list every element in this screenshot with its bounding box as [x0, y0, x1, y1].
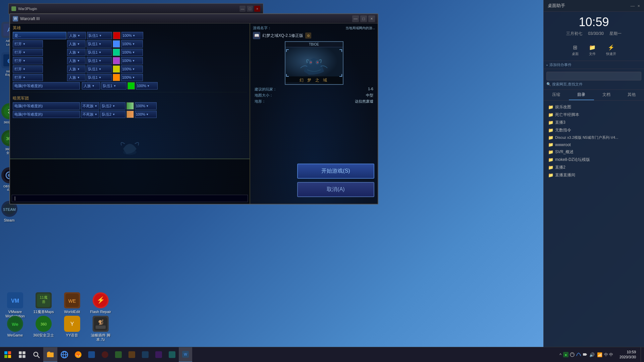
- file-item-6[interactable]: 📁 SVR_概述: [546, 148, 641, 156]
- start-game-button[interactable]: 开始游戏(S): [297, 164, 374, 179]
- color-box-7[interactable]: [127, 82, 135, 89]
- color-box-5[interactable]: [113, 65, 120, 73]
- color-box-6[interactable]: [113, 74, 120, 81]
- player-name-1[interactable]: [13, 32, 66, 39]
- assistant-settings[interactable]: —: [630, 3, 635, 8]
- file-item-0[interactable]: 📁 娱乐改图: [546, 103, 641, 111]
- tab-directory[interactable]: 目录: [569, 90, 594, 100]
- desktop-icon-yyvoice[interactable]: Y YY语音: [59, 314, 86, 344]
- tray-lang[interactable]: 中: [604, 352, 608, 358]
- pct-dropdown-5[interactable]: 100%▼: [121, 65, 143, 73]
- ie-btn[interactable]: [57, 347, 71, 362]
- race-dropdown-5[interactable]: 人族▼: [67, 65, 86, 73]
- tray-clock[interactable]: 10:59 2020/3/30: [616, 350, 639, 360]
- desktop-icon-tampermonkey[interactable]: 🐒 油猴插件 脚本.7z: [87, 314, 114, 344]
- taskbar-app2[interactable]: [98, 347, 112, 362]
- taskbar-app1[interactable]: [85, 347, 98, 362]
- team-dropdown-1[interactable]: 队伍1 ▼: [87, 32, 112, 39]
- action-quick[interactable]: ⚡ 快速开: [603, 43, 619, 58]
- tray-icon-4[interactable]: [576, 352, 581, 357]
- tray-icon-2[interactable]: ●: [563, 352, 569, 357]
- color-box-3[interactable]: [113, 49, 120, 56]
- start-button[interactable]: [0, 347, 15, 362]
- taskview-btn[interactable]: [15, 347, 29, 362]
- file-item-7[interactable]: 📁 moke8-DZ论坛模版: [546, 156, 641, 164]
- team-dropdown-5[interactable]: 队伍1▼: [87, 65, 112, 73]
- race-dropdown-6[interactable]: 人族▼: [67, 74, 86, 81]
- assistant-search-input[interactable]: [546, 72, 641, 80]
- action-files[interactable]: 📁 文件: [586, 43, 598, 58]
- race-dropdown-4[interactable]: 人族▼: [67, 57, 86, 64]
- tab-compress[interactable]: 压缩: [544, 90, 569, 100]
- pct-dropdown-6[interactable]: 100%▼: [121, 74, 143, 81]
- taskbar-app6[interactable]: [152, 347, 165, 362]
- plugin-close[interactable]: ×: [254, 6, 260, 12]
- search-btn[interactable]: [29, 347, 43, 362]
- dark-race-1[interactable]: 不死族▼: [81, 102, 99, 110]
- taskbar-wc3[interactable]: W: [179, 347, 192, 362]
- dark-color-1[interactable]: [126, 102, 134, 110]
- tray-icon-1[interactable]: ^: [559, 352, 562, 358]
- file-item-2[interactable]: 📁 直播3: [546, 119, 641, 126]
- tab-other[interactable]: 其他: [619, 90, 644, 100]
- tray-icon-network[interactable]: 📶: [596, 352, 603, 358]
- dark-team-2[interactable]: 队伍2▼: [100, 111, 125, 118]
- explorer-btn[interactable]: [43, 347, 57, 362]
- race-dropdown-7[interactable]: 人族▼: [82, 82, 100, 89]
- dark-computer-2[interactable]: [13, 111, 80, 118]
- tray-ime[interactable]: 中: [609, 352, 613, 358]
- dark-race-2[interactable]: 不死族▼: [81, 111, 99, 118]
- chat-input[interactable]: [12, 195, 248, 202]
- color-box-2[interactable]: [113, 40, 120, 48]
- race-dropdown-3[interactable]: 人族▼: [67, 49, 86, 56]
- open-btn-4[interactable]: 打开▼: [13, 57, 43, 64]
- pct-dropdown-4[interactable]: 100%▼: [121, 57, 143, 64]
- wc3-close[interactable]: ×: [368, 15, 375, 22]
- taskbar-app5[interactable]: [139, 347, 152, 362]
- file-item-3[interactable]: 📁 无数指令: [546, 126, 641, 134]
- file-item-4[interactable]: 📁 Discuz x3.2模版 N5城市门户系列-V4...: [546, 134, 641, 141]
- open-btn-2[interactable]: 打开▼: [13, 40, 43, 48]
- taskbar-app4[interactable]: [125, 347, 139, 362]
- pct-dropdown-7[interactable]: 100%▼: [136, 82, 158, 89]
- search-label[interactable]: 🔍 搜索网页,查找文件: [546, 82, 641, 87]
- pct-dropdown-2[interactable]: 100%▼: [121, 40, 143, 48]
- tray-icon-3[interactable]: [570, 352, 575, 357]
- team-dropdown-7[interactable]: 队伍1▼: [101, 82, 126, 89]
- color-box-1[interactable]: [113, 32, 120, 39]
- team-dropdown-6[interactable]: 队伍1▼: [87, 74, 112, 81]
- pct-dropdown-3[interactable]: 100%▼: [121, 49, 143, 56]
- taskbar-app3[interactable]: [112, 347, 125, 362]
- team-dropdown-4[interactable]: 队伍1▼: [87, 57, 112, 64]
- wc3-maximize[interactable]: □: [360, 15, 367, 22]
- cancel-button[interactable]: 取消(A): [297, 182, 374, 197]
- dark-pct-1[interactable]: 100%▼: [135, 102, 157, 110]
- dark-team-1[interactable]: 队伍2▼: [100, 102, 125, 110]
- taskbar-firefox[interactable]: 🦊: [71, 347, 85, 362]
- color-box-4[interactable]: [113, 57, 120, 64]
- show-desktop-btn[interactable]: [641, 347, 642, 362]
- assistant-close[interactable]: ×: [637, 3, 640, 8]
- add-task-btn[interactable]: • 添加待办事件: [546, 62, 641, 67]
- team-dropdown-3[interactable]: 队伍1▼: [87, 49, 112, 56]
- dark-color-2[interactable]: [126, 111, 134, 118]
- team-dropdown-2[interactable]: 队伍1▼: [87, 40, 112, 48]
- desktop-icon-360safe2[interactable]: 360 360安全卫士: [30, 314, 57, 344]
- dark-pct-2[interactable]: 100%▼: [135, 111, 157, 118]
- file-item-8[interactable]: 📁 直播2: [546, 164, 641, 171]
- pct-dropdown-1[interactable]: 100%▼: [121, 32, 143, 39]
- tray-icon-volume[interactable]: 🔊: [589, 352, 595, 358]
- tray-icon-5[interactable]: [582, 352, 588, 357]
- plugin-minimize[interactable]: —: [239, 6, 246, 12]
- plugin-maximize[interactable]: □: [247, 6, 253, 12]
- taskbar-app7[interactable]: [165, 347, 179, 362]
- file-item-9[interactable]: 📁 直播直播间: [546, 171, 641, 179]
- open-btn-5[interactable]: 打开▼: [13, 65, 43, 73]
- wc3-minimize[interactable]: —: [352, 15, 359, 22]
- action-desktop[interactable]: ⊞ 桌面: [569, 43, 581, 58]
- file-item-5[interactable]: 📁 wwwroot: [546, 141, 641, 148]
- open-btn-6[interactable]: 打开▼: [13, 74, 43, 81]
- open-btn-3[interactable]: 打开▼: [13, 49, 43, 56]
- desktop-icon-wegame[interactable]: We WeGame: [2, 314, 29, 344]
- race-dropdown-2[interactable]: 人族▼: [67, 40, 86, 48]
